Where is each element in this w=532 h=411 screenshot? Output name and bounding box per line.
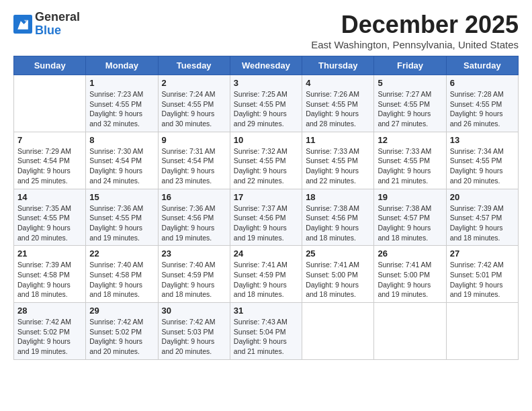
calendar-cell: 24Sunrise: 7:41 AMSunset: 4:59 PMDayligh…	[230, 246, 302, 303]
day-number: 23	[162, 248, 226, 259]
day-detail: Sunrise: 7:33 AMSunset: 4:55 PMDaylight:…	[306, 146, 370, 186]
day-number: 17	[234, 192, 298, 202]
calendar-cell: 19Sunrise: 7:38 AMSunset: 4:57 PMDayligh…	[374, 189, 446, 246]
calendar-cell	[302, 303, 374, 360]
calendar-cell: 27Sunrise: 7:42 AMSunset: 5:01 PMDayligh…	[446, 246, 518, 303]
day-number: 14	[17, 192, 82, 202]
calendar-cell: 31Sunrise: 7:43 AMSunset: 5:04 PMDayligh…	[230, 303, 302, 360]
day-detail: Sunrise: 7:38 AMSunset: 4:56 PMDaylight:…	[306, 203, 370, 243]
day-detail: Sunrise: 7:26 AMSunset: 4:55 PMDaylight:…	[306, 89, 370, 129]
calendar-cell: 21Sunrise: 7:39 AMSunset: 4:58 PMDayligh…	[14, 246, 86, 303]
calendar-cell: 29Sunrise: 7:42 AMSunset: 5:02 PMDayligh…	[86, 303, 158, 360]
calendar-header-row: SundayMondayTuesdayWednesdayThursdayFrid…	[14, 56, 519, 75]
weekday-header-sunday: Sunday	[14, 56, 86, 75]
calendar-cell: 11Sunrise: 7:33 AMSunset: 4:55 PMDayligh…	[302, 132, 374, 189]
day-detail: Sunrise: 7:41 AMSunset: 5:00 PMDaylight:…	[378, 260, 442, 300]
day-detail: Sunrise: 7:32 AMSunset: 4:55 PMDaylight:…	[234, 146, 298, 186]
day-detail: Sunrise: 7:33 AMSunset: 4:55 PMDaylight:…	[378, 146, 442, 186]
day-detail: Sunrise: 7:42 AMSunset: 5:03 PMDaylight:…	[162, 317, 226, 357]
day-number: 12	[378, 135, 442, 145]
weekday-header-saturday: Saturday	[446, 56, 518, 75]
calendar-cell: 18Sunrise: 7:38 AMSunset: 4:56 PMDayligh…	[302, 189, 374, 246]
calendar-cell	[446, 303, 518, 360]
day-number: 20	[450, 192, 515, 202]
day-number: 3	[234, 78, 298, 88]
day-number: 31	[234, 306, 298, 316]
calendar-cell: 15Sunrise: 7:36 AMSunset: 4:55 PMDayligh…	[86, 189, 158, 246]
weekday-header-tuesday: Tuesday	[158, 56, 230, 75]
calendar-week-4: 21Sunrise: 7:39 AMSunset: 4:58 PMDayligh…	[14, 246, 519, 303]
day-detail: Sunrise: 7:24 AMSunset: 4:55 PMDaylight:…	[162, 89, 226, 129]
calendar-cell: 4Sunrise: 7:26 AMSunset: 4:55 PMDaylight…	[302, 75, 374, 132]
logo-general: General	[35, 10, 80, 24]
day-number: 24	[234, 248, 298, 259]
day-number: 19	[378, 192, 442, 202]
day-number: 25	[306, 248, 370, 259]
calendar-cell: 12Sunrise: 7:33 AMSunset: 4:55 PMDayligh…	[374, 132, 446, 189]
calendar-cell: 2Sunrise: 7:24 AMSunset: 4:55 PMDaylight…	[158, 75, 230, 132]
calendar-cell: 16Sunrise: 7:36 AMSunset: 4:56 PMDayligh…	[158, 189, 230, 246]
calendar-cell: 3Sunrise: 7:25 AMSunset: 4:55 PMDaylight…	[230, 75, 302, 132]
calendar-table: SundayMondayTuesdayWednesdayThursdayFrid…	[13, 56, 519, 360]
day-number: 8	[89, 135, 154, 145]
calendar-cell: 17Sunrise: 7:37 AMSunset: 4:56 PMDayligh…	[230, 189, 302, 246]
day-detail: Sunrise: 7:36 AMSunset: 4:56 PMDaylight:…	[162, 203, 226, 243]
logo: General Blue	[13, 11, 80, 38]
day-number: 11	[306, 135, 370, 145]
calendar-cell: 5Sunrise: 7:27 AMSunset: 4:55 PMDaylight…	[374, 75, 446, 132]
day-detail: Sunrise: 7:31 AMSunset: 4:54 PMDaylight:…	[162, 146, 226, 186]
calendar-cell	[14, 75, 86, 132]
day-detail: Sunrise: 7:39 AMSunset: 4:57 PMDaylight:…	[450, 203, 515, 243]
calendar-cell: 30Sunrise: 7:42 AMSunset: 5:03 PMDayligh…	[158, 303, 230, 360]
day-number: 26	[378, 248, 442, 259]
title-block: December 2025 East Washington, Pennsylva…	[311, 11, 519, 50]
calendar-week-5: 28Sunrise: 7:42 AMSunset: 5:02 PMDayligh…	[14, 303, 519, 360]
day-number: 29	[89, 306, 154, 316]
day-detail: Sunrise: 7:43 AMSunset: 5:04 PMDaylight:…	[234, 317, 298, 357]
page-header: General Blue December 2025 East Washingt…	[13, 11, 519, 50]
day-detail: Sunrise: 7:29 AMSunset: 4:54 PMDaylight:…	[17, 146, 82, 186]
day-number: 9	[162, 135, 226, 145]
day-number: 13	[450, 135, 515, 145]
day-number: 4	[306, 78, 370, 88]
day-detail: Sunrise: 7:28 AMSunset: 4:55 PMDaylight:…	[450, 89, 515, 129]
day-detail: Sunrise: 7:42 AMSunset: 5:01 PMDaylight:…	[450, 260, 515, 300]
day-detail: Sunrise: 7:38 AMSunset: 4:57 PMDaylight:…	[378, 203, 442, 243]
day-detail: Sunrise: 7:40 AMSunset: 4:58 PMDaylight:…	[89, 260, 154, 300]
day-detail: Sunrise: 7:25 AMSunset: 4:55 PMDaylight:…	[234, 89, 298, 129]
day-detail: Sunrise: 7:27 AMSunset: 4:55 PMDaylight:…	[378, 89, 442, 129]
day-detail: Sunrise: 7:23 AMSunset: 4:55 PMDaylight:…	[89, 89, 154, 129]
month-title: December 2025	[311, 11, 519, 39]
day-detail: Sunrise: 7:41 AMSunset: 5:00 PMDaylight:…	[306, 260, 370, 300]
calendar-week-2: 7Sunrise: 7:29 AMSunset: 4:54 PMDaylight…	[14, 132, 519, 189]
day-detail: Sunrise: 7:37 AMSunset: 4:56 PMDaylight:…	[234, 203, 298, 243]
calendar-cell: 28Sunrise: 7:42 AMSunset: 5:02 PMDayligh…	[14, 303, 86, 360]
day-number: 10	[234, 135, 298, 145]
day-number: 2	[162, 78, 226, 88]
weekday-header-wednesday: Wednesday	[230, 56, 302, 75]
day-number: 15	[89, 192, 154, 202]
calendar-body: 1Sunrise: 7:23 AMSunset: 4:55 PMDaylight…	[14, 75, 519, 360]
calendar-cell: 10Sunrise: 7:32 AMSunset: 4:55 PMDayligh…	[230, 132, 302, 189]
calendar-cell: 9Sunrise: 7:31 AMSunset: 4:54 PMDaylight…	[158, 132, 230, 189]
day-detail: Sunrise: 7:34 AMSunset: 4:55 PMDaylight:…	[450, 146, 515, 186]
calendar-cell: 26Sunrise: 7:41 AMSunset: 5:00 PMDayligh…	[374, 246, 446, 303]
day-detail: Sunrise: 7:42 AMSunset: 5:02 PMDaylight:…	[17, 317, 82, 357]
logo-blue: Blue	[35, 24, 61, 37]
calendar-cell: 25Sunrise: 7:41 AMSunset: 5:00 PMDayligh…	[302, 246, 374, 303]
day-number: 16	[162, 192, 226, 202]
weekday-header-monday: Monday	[86, 56, 158, 75]
calendar-cell: 7Sunrise: 7:29 AMSunset: 4:54 PMDaylight…	[14, 132, 86, 189]
logo-text: General Blue	[35, 11, 80, 38]
day-number: 1	[89, 78, 154, 88]
day-detail: Sunrise: 7:30 AMSunset: 4:54 PMDaylight:…	[89, 146, 154, 186]
day-number: 22	[89, 248, 154, 259]
calendar-cell: 13Sunrise: 7:34 AMSunset: 4:55 PMDayligh…	[446, 132, 518, 189]
calendar-week-1: 1Sunrise: 7:23 AMSunset: 4:55 PMDaylight…	[14, 75, 519, 132]
calendar-cell: 14Sunrise: 7:35 AMSunset: 4:55 PMDayligh…	[14, 189, 86, 246]
calendar-cell: 6Sunrise: 7:28 AMSunset: 4:55 PMDaylight…	[446, 75, 518, 132]
day-number: 30	[162, 306, 226, 316]
calendar-cell: 1Sunrise: 7:23 AMSunset: 4:55 PMDaylight…	[86, 75, 158, 132]
day-number: 28	[17, 306, 82, 316]
day-number: 27	[450, 248, 515, 259]
